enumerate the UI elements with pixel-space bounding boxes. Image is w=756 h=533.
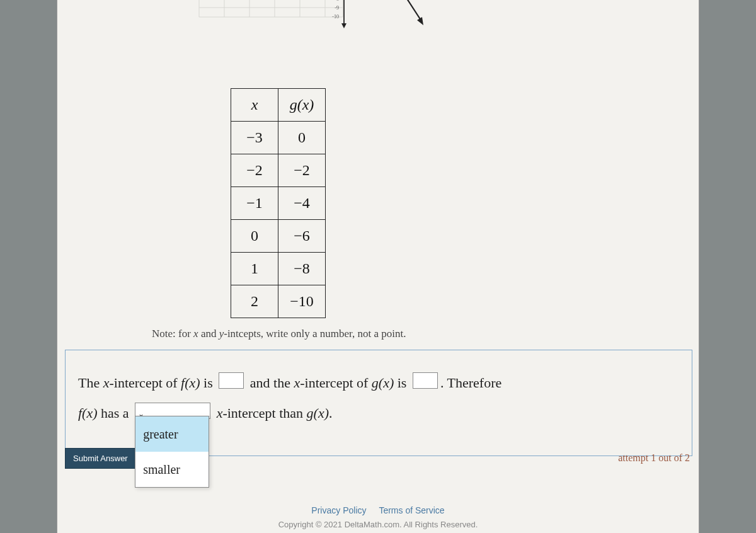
f-intercept-input[interactable] bbox=[219, 372, 244, 389]
table-row: 2−10 bbox=[231, 285, 326, 318]
table-row: 0−6 bbox=[231, 220, 326, 253]
sentence-text: The bbox=[78, 375, 103, 391]
privacy-policy-link[interactable]: Privacy Policy bbox=[311, 505, 366, 515]
function-table: x g(x) −30 −2−2 −1−4 0−6 1−8 2−10 bbox=[231, 88, 326, 318]
graph-curve-arrow bbox=[401, 0, 438, 32]
footer-links: Privacy Policy Terms of Service bbox=[57, 505, 699, 515]
tick-neg9: -9 bbox=[335, 5, 339, 11]
comparison-select-wrap: ⌄ greater smaller bbox=[135, 399, 210, 430]
table-row: −2−2 bbox=[231, 154, 326, 187]
terms-of-service-link[interactable]: Terms of Service bbox=[379, 505, 444, 515]
table-row: −30 bbox=[231, 122, 326, 154]
tick-neg10: -10 bbox=[332, 14, 339, 20]
g-intercept-input[interactable] bbox=[413, 372, 438, 389]
table-header-x: x bbox=[231, 89, 278, 122]
table-row: −1−4 bbox=[231, 187, 326, 220]
answer-area: The x-intercept of f(x) is and the x-int… bbox=[65, 350, 692, 456]
page-content: -8 -9 -10 x g(x) −30 −2−2 −1−4 0−6 1−8 2… bbox=[57, 0, 699, 533]
copyright-text: Copyright © 2021 DeltaMath.com. All Righ… bbox=[57, 520, 699, 529]
tick-neg8: -8 bbox=[335, 0, 339, 2]
option-greater[interactable]: greater bbox=[135, 416, 209, 452]
note-text: Note: for x and y-intcepts, write only a… bbox=[152, 328, 406, 340]
submit-answer-button[interactable]: Submit Answer bbox=[65, 448, 136, 469]
svg-marker-11 bbox=[341, 23, 346, 28]
table-header-g: g(x) bbox=[278, 89, 326, 122]
svg-marker-15 bbox=[417, 17, 423, 25]
attempt-counter: attempt 1 out of 2 bbox=[618, 452, 690, 464]
graph-fragment: -8 -9 -10 bbox=[142, 0, 407, 35]
comparison-dropdown: greater smaller bbox=[135, 416, 209, 488]
option-smaller[interactable]: smaller bbox=[135, 452, 209, 487]
table-row: 1−8 bbox=[231, 253, 326, 285]
